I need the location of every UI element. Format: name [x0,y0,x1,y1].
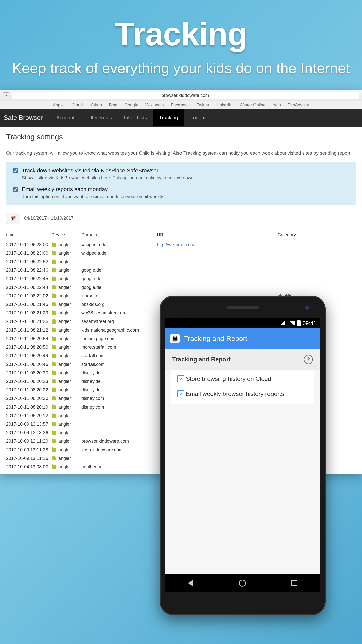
tracking-option: Email weekly reports each monday Turn th… [13,186,349,199]
cell-time: 2017-10-11 08:20:20 [6,394,51,403]
cell-time: 2017-10-09 13:11:29 [6,437,51,446]
cell-time: 2017-10-11 08:21:45 [6,300,51,309]
option-checkbox[interactable] [13,168,18,173]
cell-time: 2017-10-11 08:22:45 [6,275,51,283]
cell-domain: more.starfall.com [81,343,157,352]
cell-category [278,258,356,266]
cell-time: 2017-10-11 08:21:12 [6,326,51,335]
phone-options: Store browsing history on CloudEmail wee… [171,370,314,404]
cell-domain: browser.kiddoware.com [81,437,157,446]
cell-category [278,275,356,283]
cell-time: 2017-10-09 13:13:36 [6,429,51,437]
page-lead: Our tracking system will allow you to kn… [6,150,356,156]
bookmark-item[interactable]: Google [124,103,138,108]
cell-device: angler [51,352,81,360]
option-checkbox[interactable] [13,187,18,192]
recents-button[interactable] [291,580,297,586]
cell-device: angler [51,454,81,463]
app-header: 👪 Tracking and Report [165,328,320,349]
cell-category [278,240,356,249]
bookmark-item[interactable]: iCloud [71,103,83,108]
nav-item-tracking[interactable]: Tracking [153,109,184,126]
cell-time: 2017-10-11 08:21:29 [6,309,51,317]
url-field[interactable]: browser.kiddoware.com [12,92,359,99]
cell-time: 2017-10-11 08:20:19 [6,403,51,412]
bookmark-item[interactable]: Bing [109,103,117,108]
cell-domain [81,258,157,266]
android-icon [51,242,56,248]
cell-domain: disney.com [81,403,157,412]
help-icon[interactable]: ? [304,355,313,364]
option-subtitle: Show visited via KidsBrowser websites he… [22,175,195,181]
cell-domain: pbskids.org [81,300,157,309]
bookmark-item[interactable]: Twitter [197,103,209,108]
table-row: 2017-10-11 08:22:45 angler google.de [6,275,356,283]
bookmark-item[interactable]: Wikipedia [145,103,164,108]
cell-domain: ww38.sesamstreet.org [81,309,157,317]
bookmark-item[interactable]: Yahoo [90,103,102,108]
cell-time: 2017-10-09 13:13:57 [6,420,51,429]
android-nav-bar [165,574,320,592]
android-icon [51,344,56,350]
option-title: Email weekly reports each monday [22,186,164,193]
bookmark-item[interactable]: Facebook [171,103,190,108]
cell-url [157,283,278,292]
cell-url [157,249,278,258]
android-icon [51,361,56,368]
nav-item-account[interactable]: Account [50,109,80,126]
bookmarks-bar: AppleiCloudYahooBingGoogleWikipediaFaceb… [0,101,362,109]
android-icon [51,421,56,427]
cell-domain: wikipedia.de [81,249,157,258]
th-device: Device [51,230,81,240]
cell-time: 2017-10-09 13:11:28 [6,446,51,454]
cell-device: angler [51,463,81,471]
status-time: 09:41 [303,320,316,327]
cell-time: 2017-10-09 13:11:16 [6,454,51,463]
navbar: Safe Browser AccountFilter RulesFilter L… [0,109,362,127]
cell-device: angler [51,335,81,343]
cell-device: angler [51,369,81,377]
android-icon [51,293,56,299]
cell-domain: wikipedia.de [81,240,157,249]
phone-option-row[interactable]: Store browsing history on Cloud [171,371,314,386]
bookmark-item[interactable]: TripAdvisor [288,103,309,108]
home-button[interactable] [239,580,246,587]
cell-device: angler [51,266,81,275]
bookmark-item[interactable]: Wetter Online [240,103,266,108]
cell-device: angler [51,309,81,317]
cell-url [157,275,278,283]
brand[interactable]: Safe Browser [4,114,43,122]
th-url: URL [157,230,278,240]
bookmark-item[interactable]: Yelp [273,103,281,108]
calendar-icon-button[interactable]: 📅 [6,213,20,224]
cell-time: 2017-10-04 13:08:00 [6,463,51,471]
cell-domain: starfall.com [81,352,157,360]
option-subtitle: Turn this option on, if you want to reci… [22,194,164,199]
android-icon [51,387,56,393]
cell-domain [81,412,157,420]
cell-domain [81,454,157,463]
phone-option-row[interactable]: Email weekly browser history reports [171,386,314,401]
android-icon [51,267,56,273]
nav-item-logout[interactable]: Logout [184,109,212,126]
date-range-picker[interactable]: 04/10/2017 - 11/10/2017 [20,213,80,224]
cell-time: 2017-10-11 08:20:50 [6,343,51,352]
nav-item-filter-rules[interactable]: Filter Rules [80,109,118,126]
cell-url[interactable]: http://wikipedia.de/ [157,240,278,249]
android-icon [51,319,56,325]
table-row: 2017-10-11 08:22:46 angler google.de [6,266,356,275]
cell-url [157,266,278,275]
cell-domain: thekidzpage.com [81,335,157,343]
back-button[interactable] [188,580,193,587]
bookmark-item[interactable]: LinkedIn [216,103,233,108]
table-row: 2017-10-11 08:23:00 angler wikipedia.de … [6,240,356,249]
section-title: Tracking and Report [172,356,231,363]
favicon-icon: a [3,92,9,98]
cell-device: angler [51,403,81,412]
cell-device: angler [51,317,81,326]
section-header: Tracking and Report ? [165,349,320,370]
cell-time: 2017-10-11 08:22:46 [6,266,51,275]
bookmark-item[interactable]: Apple [53,103,64,108]
nav-item-filter-lists[interactable]: Filter Lists [118,109,153,126]
cell-category [278,283,356,292]
